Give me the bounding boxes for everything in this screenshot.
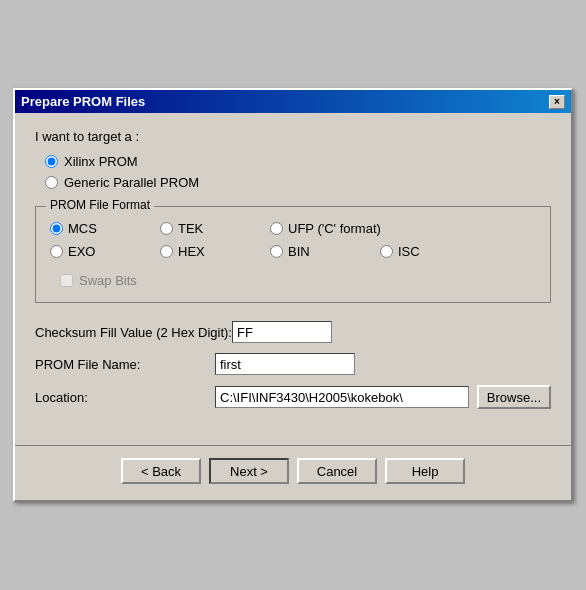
xilinx-radio[interactable] — [45, 155, 58, 168]
cancel-button[interactable]: Cancel — [297, 458, 377, 484]
location-row: Location: Browse... — [35, 385, 551, 409]
location-input-group: Browse... — [215, 385, 551, 409]
exo-option: EXO — [50, 244, 140, 259]
target-radio-row-xilinx: Xilinx PROM — [45, 154, 551, 169]
checksum-row: Checksum Fill Value (2 Hex Digit): — [35, 321, 551, 343]
close-button[interactable]: × — [549, 95, 565, 109]
ufp-radio[interactable] — [270, 222, 283, 235]
swap-bits-label: Swap Bits — [79, 273, 137, 288]
dialog-content: I want to target a : Xilinx PROM Generic… — [15, 113, 571, 445]
target-radio-group: Xilinx PROM Generic Parallel PROM — [45, 154, 551, 190]
isc-label[interactable]: ISC — [398, 244, 420, 259]
dialog-title: Prepare PROM Files — [21, 94, 145, 109]
exo-radio[interactable] — [50, 245, 63, 258]
help-button[interactable]: Help — [385, 458, 465, 484]
mcs-radio[interactable] — [50, 222, 63, 235]
swap-bits-row: Swap Bits — [50, 273, 536, 288]
bin-label[interactable]: BIN — [288, 244, 310, 259]
location-label: Location: — [35, 390, 215, 405]
format-row-2: EXO HEX BIN ISC — [50, 244, 536, 259]
isc-option: ISC — [380, 244, 470, 259]
checksum-input[interactable] — [232, 321, 332, 343]
filename-input[interactable] — [215, 353, 355, 375]
location-input[interactable] — [215, 386, 469, 408]
bin-option: BIN — [270, 244, 360, 259]
format-rows: MCS TEK UFP ('C' format) EXO — [50, 221, 536, 288]
format-row-1: MCS TEK UFP ('C' format) — [50, 221, 536, 236]
title-bar-buttons: × — [549, 95, 565, 109]
generic-radio[interactable] — [45, 176, 58, 189]
mcs-option: MCS — [50, 221, 140, 236]
target-label: I want to target a : — [35, 129, 551, 144]
filename-label: PROM File Name: — [35, 357, 215, 372]
dialog-footer: < Back Next > Cancel Help — [15, 445, 571, 500]
dialog: Prepare PROM Files × I want to target a … — [13, 88, 573, 502]
tek-radio[interactable] — [160, 222, 173, 235]
bin-radio[interactable] — [270, 245, 283, 258]
xilinx-label[interactable]: Xilinx PROM — [64, 154, 138, 169]
hex-label[interactable]: HEX — [178, 244, 205, 259]
ufp-option: UFP ('C' format) — [270, 221, 400, 236]
tek-option: TEK — [160, 221, 250, 236]
checksum-label: Checksum Fill Value (2 Hex Digit): — [35, 325, 232, 340]
back-button[interactable]: < Back — [121, 458, 201, 484]
mcs-label[interactable]: MCS — [68, 221, 97, 236]
hex-radio[interactable] — [160, 245, 173, 258]
generic-label[interactable]: Generic Parallel PROM — [64, 175, 199, 190]
isc-radio[interactable] — [380, 245, 393, 258]
target-radio-row-generic: Generic Parallel PROM — [45, 175, 551, 190]
swap-bits-checkbox[interactable] — [60, 274, 73, 287]
exo-label[interactable]: EXO — [68, 244, 95, 259]
hex-option: HEX — [160, 244, 250, 259]
filename-row: PROM File Name: — [35, 353, 551, 375]
prom-format-legend: PROM File Format — [46, 198, 154, 212]
title-bar: Prepare PROM Files × — [15, 90, 571, 113]
form-rows: Checksum Fill Value (2 Hex Digit): PROM … — [35, 321, 551, 409]
browse-button[interactable]: Browse... — [477, 385, 551, 409]
tek-label[interactable]: TEK — [178, 221, 203, 236]
next-button[interactable]: Next > — [209, 458, 289, 484]
ufp-label[interactable]: UFP ('C' format) — [288, 221, 381, 236]
prom-format-group: PROM File Format MCS TEK UFP ('C' format… — [35, 206, 551, 303]
